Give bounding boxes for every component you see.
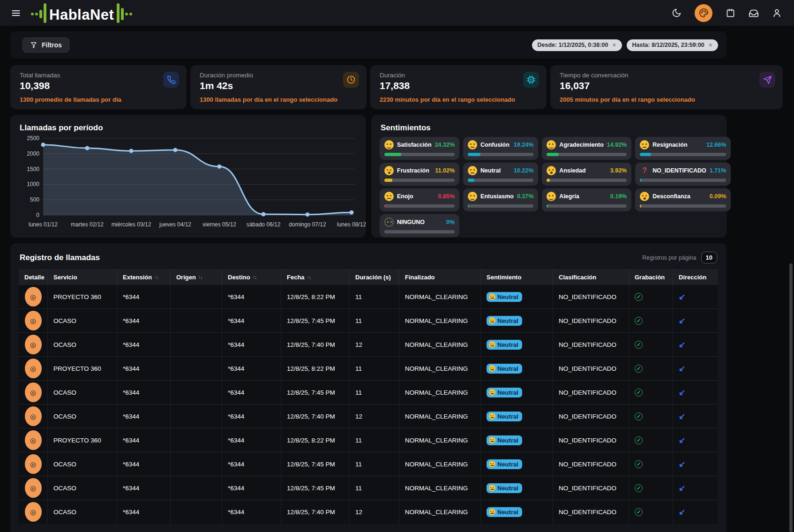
view-detail-button[interactable]: ◎ (25, 430, 42, 450)
sentiment-face-icon (468, 166, 477, 175)
column-header-destino[interactable]: Destino↑↓ (222, 269, 281, 285)
sort-arrows-icon[interactable]: ↑↓ (154, 274, 158, 280)
sort-arrows-icon[interactable]: ↑↓ (307, 274, 311, 280)
filters-button-label: Filtros (42, 41, 62, 49)
finished-cell: NORMAL_CLEARING (399, 285, 481, 308)
sentiment-badge-label: Neutral (497, 509, 518, 516)
chip-close-icon[interactable]: × (709, 41, 712, 49)
sentiment-card-entusiasmo: Entusiasmo 0.37% (463, 188, 538, 211)
sentiment-badge-label: Neutral (497, 485, 518, 492)
svg-text:1000: 1000 (27, 181, 39, 187)
detail-cell: ◎ (19, 476, 48, 500)
view-detail-button[interactable]: ◎ (25, 454, 42, 474)
sentiment-card-enojo: Enojo 0.85% (380, 188, 459, 211)
view-detail-button[interactable]: ◎ (25, 478, 42, 498)
filters-bar: Filtros Desde: 1/12/2025, 0:38:00 × Hast… (10, 31, 727, 59)
detail-cell: ◎ (19, 333, 48, 356)
eye-icon: ◎ (30, 413, 36, 420)
stat-note: 1300 llamadas por día en el rango selecc… (200, 96, 357, 103)
destination-cell: *6344 (222, 428, 281, 452)
funnel-icon (30, 41, 37, 49)
check-circle-icon: ✓ (635, 365, 643, 373)
table-row: ◎ OCASO *6344 *6344 12/8/25, 7:40 PM 12 … (19, 332, 718, 356)
palette-icon (699, 8, 709, 18)
column-header-fecha[interactable]: Fecha↑↓ (281, 269, 350, 285)
dark-mode-toggle[interactable] (672, 8, 682, 18)
column-header-sentimiento: Sentimiento (481, 269, 553, 285)
date-cell: 12/8/25, 7:45 PM (281, 452, 350, 476)
sort-arrows-icon[interactable]: ↑↓ (198, 274, 202, 280)
sentiment-progress-track (640, 153, 726, 156)
chip-close-icon[interactable]: × (612, 41, 616, 49)
direction-cell: ↙ (673, 405, 718, 428)
view-detail-button[interactable]: ◎ (25, 406, 42, 426)
column-header-label: Finalizado (405, 274, 435, 281)
filter-chip-desde[interactable]: Desde: 1/12/2025, 0:38:00 × (532, 39, 622, 51)
table-row: ◎ PROYECTO 360 *6344 *6344 12/8/25, 8:22… (19, 428, 718, 452)
user-menu-button[interactable] (772, 8, 782, 18)
navbar: HablaNet (0, 0, 794, 26)
phone-icon (163, 72, 179, 88)
wave-bar (117, 3, 120, 23)
view-detail-button[interactable]: ◎ (25, 311, 42, 330)
sentiment-card-resignación: Resignación 12.66% (635, 137, 731, 160)
service-cell: OCASO (48, 452, 117, 476)
mid-row: Llamadas por período 0500100015002000250… (10, 115, 794, 238)
per-page-select[interactable]: 10 (701, 252, 717, 263)
detail-cell: ◎ (19, 357, 48, 380)
destination-cell: *6344 (222, 405, 281, 428)
origin-cell (171, 452, 222, 476)
sentiment-cell: Neutral (481, 405, 553, 428)
filters-button[interactable]: Filtros (22, 37, 69, 52)
date-cell: 12/8/25, 7:40 PM (281, 405, 350, 428)
chart-title: Llamadas por período (20, 123, 357, 133)
column-header-label: Dirección (679, 274, 706, 281)
menu-button[interactable] (11, 8, 21, 18)
filter-chip-hasta[interactable]: Hasta: 8/12/2025, 23:59:00 × (627, 39, 718, 51)
finished-cell: NORMAL_CLEARING (399, 381, 481, 404)
page-scrollbar[interactable] (789, 263, 793, 532)
extension-cell: *6344 (117, 452, 171, 476)
stat-value: 10,398 (20, 80, 177, 91)
date-cell: 12/8/25, 8:22 PM (281, 428, 350, 452)
table-row: ◎ OCASO *6344 *6344 12/8/25, 7:40 PM 12 … (19, 500, 718, 524)
detail-cell: ◎ (19, 405, 48, 428)
calendar-button[interactable] (726, 8, 735, 18)
direction-cell: ↙ (673, 333, 718, 356)
inbox-button[interactable] (749, 8, 759, 18)
sentiment-card-confusión: Confusión 19.24% (463, 137, 538, 160)
wave-bar (39, 10, 42, 18)
check-circle-icon: ✓ (635, 460, 643, 468)
sentiment-label: Enojo (397, 193, 435, 200)
sentiment-progress-track (384, 153, 455, 156)
sentiment-badge: Neutral (487, 364, 522, 374)
view-detail-button[interactable]: ◎ (25, 335, 42, 354)
column-header-extensi-n[interactable]: Extensión↑↓ (117, 269, 171, 285)
column-header-label: Duración (s) (355, 274, 391, 281)
recording-cell: ✓ (629, 500, 673, 524)
destination-cell: *6344 (222, 476, 281, 500)
column-header-origen[interactable]: Origen↑↓ (171, 269, 222, 285)
view-detail-button[interactable]: ◎ (25, 359, 42, 378)
view-detail-button[interactable]: ◎ (25, 382, 42, 402)
table-row: ◎ OCASO *6344 *6344 12/8/25, 7:45 PM 11 … (19, 308, 718, 332)
detail-cell: ◎ (19, 285, 48, 308)
theme-palette-button[interactable] (695, 4, 712, 22)
stat-note: 2005 minutos por día en el rango selecci… (560, 96, 773, 103)
column-header-servicio: Servicio (48, 269, 117, 285)
sentiment-badge-label: Neutral (497, 317, 518, 324)
send-icon (759, 72, 775, 88)
inbox-icon (749, 8, 759, 18)
view-detail-button[interactable]: ◎ (25, 287, 42, 307)
stat-note: 1300 promedio de llamadas por día (20, 96, 177, 103)
sort-arrows-icon[interactable]: ↑↓ (253, 274, 257, 280)
view-detail-button[interactable]: ◎ (25, 502, 42, 522)
sentiment-progress-fill (640, 204, 641, 208)
recording-cell: ✓ (629, 333, 673, 356)
check-circle-icon: ✓ (635, 484, 643, 492)
neutral-face-icon (489, 509, 495, 515)
column-header-label: Clasificación (559, 274, 596, 281)
duration-cell: 11 (350, 428, 399, 452)
check-circle-icon: ✓ (635, 436, 643, 444)
incoming-arrow-icon: ↙ (679, 364, 685, 374)
